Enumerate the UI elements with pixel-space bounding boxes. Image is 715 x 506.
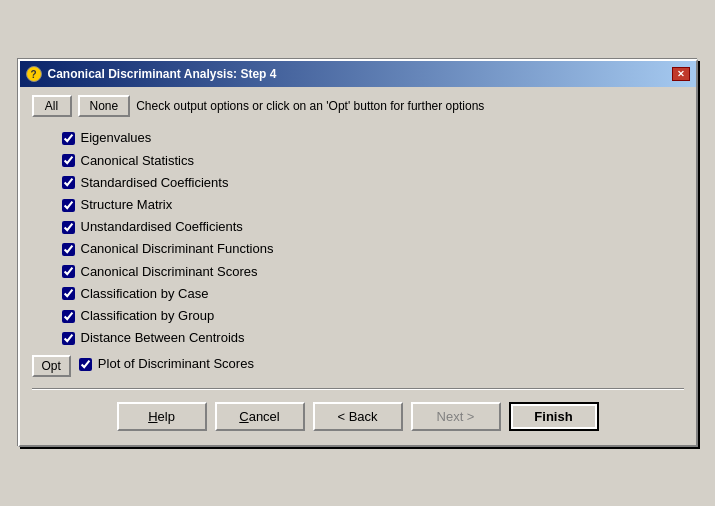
plot-checkbox[interactable]	[79, 358, 92, 371]
opt-row: Opt Plot of Discriminant Scores	[32, 355, 684, 377]
all-button[interactable]: All	[32, 95, 72, 117]
cancel-underline: Cancel	[239, 409, 279, 424]
title-bar: ? Canonical Discriminant Analysis: Step …	[20, 61, 696, 87]
checkbox-label-cb2[interactable]: Canonical Statistics	[81, 152, 194, 170]
checkbox-label-cb3[interactable]: Standardised Coefficients	[81, 174, 229, 192]
checkbox-label-cb10[interactable]: Distance Between Centroids	[81, 329, 245, 347]
dialog-content: All None Check output options or click o…	[20, 87, 696, 444]
opt-button[interactable]: Opt	[32, 355, 71, 377]
instruction-text: Check output options or click on an 'Opt…	[136, 99, 484, 113]
check-item-cb10: Distance Between Centroids	[62, 329, 684, 347]
cancel-button[interactable]: Cancel	[215, 402, 305, 431]
options-checklist: EigenvaluesCanonical StatisticsStandardi…	[62, 129, 684, 347]
help-button[interactable]: Help	[117, 402, 207, 431]
top-toolbar: All None Check output options or click o…	[32, 95, 684, 117]
none-button[interactable]: None	[78, 95, 131, 117]
check-item-cb6: Canonical Discriminant Functions	[62, 240, 684, 258]
check-item-cb7: Canonical Discriminant Scores	[62, 263, 684, 281]
check-item-cb1: Eigenvalues	[62, 129, 684, 147]
help-underline: Help	[148, 409, 175, 424]
separator	[32, 388, 684, 390]
window-icon: ?	[26, 66, 42, 82]
checkbox-label-cb5[interactable]: Unstandardised Coefficients	[81, 218, 243, 236]
check-item-cb4: Structure Matrix	[62, 196, 684, 214]
next-button[interactable]: Next >	[411, 402, 501, 431]
checkbox-cb6[interactable]	[62, 243, 75, 256]
plot-label[interactable]: Plot of Discriminant Scores	[98, 355, 254, 373]
checkbox-cb5[interactable]	[62, 221, 75, 234]
title-bar-left: ? Canonical Discriminant Analysis: Step …	[26, 66, 277, 82]
footer-buttons: Help Cancel < Back Next > Finish	[32, 398, 684, 435]
close-button[interactable]: ✕	[672, 67, 690, 81]
checkbox-cb3[interactable]	[62, 176, 75, 189]
checkbox-cb8[interactable]	[62, 287, 75, 300]
checkbox-label-cb7[interactable]: Canonical Discriminant Scores	[81, 263, 258, 281]
check-item-cb5: Unstandardised Coefficients	[62, 218, 684, 236]
checkbox-cb7[interactable]	[62, 265, 75, 278]
checkbox-label-cb4[interactable]: Structure Matrix	[81, 196, 173, 214]
check-item-cb8: Classification by Case	[62, 285, 684, 303]
checkbox-cb1[interactable]	[62, 132, 75, 145]
finish-button[interactable]: Finish	[509, 402, 599, 431]
checkbox-label-cb8[interactable]: Classification by Case	[81, 285, 209, 303]
checkbox-cb9[interactable]	[62, 310, 75, 323]
checkbox-label-cb6[interactable]: Canonical Discriminant Functions	[81, 240, 274, 258]
checkbox-label-cb1[interactable]: Eigenvalues	[81, 129, 152, 147]
back-button[interactable]: < Back	[313, 402, 403, 431]
checkbox-cb4[interactable]	[62, 199, 75, 212]
check-item-cb9: Classification by Group	[62, 307, 684, 325]
main-window: ? Canonical Discriminant Analysis: Step …	[18, 59, 698, 446]
plot-check-item: Plot of Discriminant Scores	[79, 355, 254, 373]
check-item-cb2: Canonical Statistics	[62, 152, 684, 170]
check-item-cb3: Standardised Coefficients	[62, 174, 684, 192]
checkbox-cb10[interactable]	[62, 332, 75, 345]
window-title: Canonical Discriminant Analysis: Step 4	[48, 67, 277, 81]
checkbox-cb2[interactable]	[62, 154, 75, 167]
checkbox-label-cb9[interactable]: Classification by Group	[81, 307, 215, 325]
